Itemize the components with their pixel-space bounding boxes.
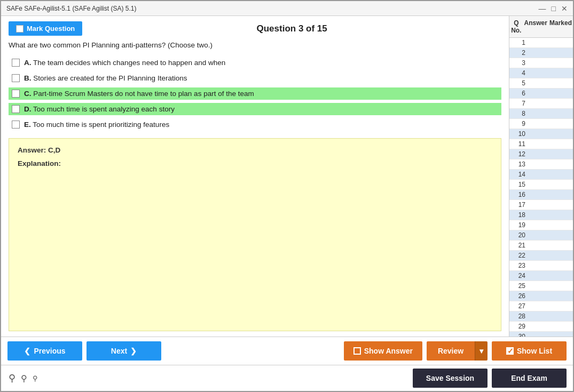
list-item[interactable]: 29 [509,322,573,332]
option-a-label: A. The team decides which changes need t… [24,59,225,67]
previous-button[interactable]: Previous [7,341,82,361]
option-a[interactable]: A. The team decides which changes need t… [9,57,501,69]
prev-arrow-icon [24,347,30,355]
sidebar-answer-header: Answer [523,18,548,35]
show-answer-button[interactable]: Show Answer [344,341,422,361]
mark-question-label: Mark Question [27,25,75,33]
list-item[interactable]: 16 [509,190,573,200]
list-item[interactable]: 23 [509,261,573,271]
mark-question-button[interactable]: Mark Question [9,21,82,36]
review-dropdown-icon: ▾ [479,347,483,355]
option-a-checkbox[interactable] [12,59,20,67]
minimize-button[interactable]: — [539,5,546,12]
option-b-label: B. Stories are created for the PI Planni… [24,74,187,82]
end-exam-label: End Exam [511,374,547,382]
answer-box: Answer: C,D Explanation: [9,138,501,331]
show-list-checkbox-icon [506,347,514,355]
content-area: Mark Question Question 3 of 15 What are … [1,16,573,337]
show-list-label: Show List [517,347,552,355]
sidebar-rows[interactable]: 1 2 3 4 5 6 7 8 9 10 11 12 13 14 15 16 1… [509,38,573,337]
top-bar: Mark Question Question 3 of 15 [9,21,501,36]
explanation-label: Explanation: [18,159,492,167]
list-item[interactable]: 27 [509,301,573,311]
list-item[interactable]: 20 [509,230,573,241]
main-window: SAFe SAFe-Agilist-5.1 (SAFe Agilist (SA)… [0,0,574,392]
close-button[interactable]: ✕ [561,5,568,12]
options-list: A. The team decides which changes need t… [9,57,501,131]
option-b[interactable]: B. Stories are created for the PI Planni… [9,72,501,84]
list-item[interactable]: 28 [509,311,573,322]
save-session-label: Save Session [426,374,474,382]
list-item[interactable]: 4 [509,68,573,78]
sidebar: Q No. Answer Marked 1 2 3 4 5 6 7 8 9 10… [509,16,573,337]
list-item[interactable]: 7 [509,99,573,109]
option-d-checkbox[interactable] [12,105,20,113]
list-item[interactable]: 11 [509,139,573,149]
restore-button[interactable]: □ [552,5,556,12]
zoom-controls: ⚲ ⚲ ⚲ [7,371,39,385]
zoom-reset-button[interactable]: ⚲ [20,372,28,385]
mark-checkbox-icon [16,25,23,33]
option-c[interactable]: C. Part-time Scrum Masters do not have t… [9,87,501,100]
window-controls: — □ ✕ [539,5,568,12]
review-button-wrap: Review ▾ [427,341,487,361]
next-label: Next [111,347,127,355]
option-b-checkbox[interactable] [12,74,20,82]
list-item[interactable]: 24 [509,271,573,281]
footer-bar: ⚲ ⚲ ⚲ Save Session End Exam [1,365,573,391]
sidebar-qno-header: Q No. [509,18,523,35]
review-label: Review [438,347,463,355]
list-item[interactable]: 1 [509,38,573,48]
title-bar: SAFe SAFe-Agilist-5.1 (SAFe Agilist (SA)… [1,1,573,16]
end-exam-button[interactable]: End Exam [492,369,567,388]
previous-label: Previous [34,347,65,355]
save-session-button[interactable]: Save Session [413,369,487,388]
show-list-button[interactable]: Show List [492,341,567,361]
show-answer-checkbox-icon [353,347,361,355]
question-text: What are two common PI Planning anti-pat… [9,41,501,49]
zoom-out-button[interactable]: ⚲ [32,373,39,383]
list-item[interactable]: 8 [509,109,573,119]
review-button[interactable]: Review [427,341,475,361]
list-item[interactable]: 3 [509,58,573,68]
list-item[interactable]: 9 [509,119,573,129]
list-item[interactable]: 22 [509,251,573,261]
option-e[interactable]: E. Too much time is spent prioritizing f… [9,118,501,131]
option-d-label: D. Too much time is spent analyzing each… [24,105,175,113]
option-c-label: C. Part-time Scrum Masters do not have t… [24,90,254,98]
option-d[interactable]: D. Too much time is spent analyzing each… [9,103,501,115]
question-title: Question 3 of 15 [82,23,501,34]
list-item[interactable]: 15 [509,180,573,190]
list-item[interactable]: 10 [509,129,573,139]
list-item[interactable]: 25 [509,281,573,291]
list-item[interactable]: 30 [509,332,573,337]
window-title: SAFe SAFe-Agilist-5.1 (SAFe Agilist (SA)… [6,5,136,12]
list-item[interactable]: 6 [509,89,573,99]
list-item[interactable]: 19 [509,220,573,230]
list-item[interactable]: 14 [509,170,573,180]
review-dropdown-button[interactable]: ▾ [475,341,487,361]
sidebar-header: Q No. Answer Marked [509,16,573,38]
main-panel: Mark Question Question 3 of 15 What are … [1,16,509,337]
next-button[interactable]: Next [87,341,161,361]
answer-text: Answer: C,D [18,146,492,154]
next-arrow-icon [130,347,137,355]
footer-right: Save Session End Exam [413,369,567,388]
list-item[interactable]: 13 [509,159,573,170]
list-item[interactable]: 5 [509,78,573,89]
list-item[interactable]: 18 [509,210,573,220]
list-item[interactable]: 21 [509,241,573,251]
list-item[interactable]: 2 [509,48,573,58]
option-e-label: E. Too much time is spent prioritizing f… [24,121,169,129]
list-item[interactable]: 12 [509,149,573,159]
show-answer-label: Show Answer [364,347,413,355]
bottom-bar: Previous Next Show Answer Review ▾ Show … [1,337,573,365]
list-item[interactable]: 26 [509,291,573,301]
zoom-in-button[interactable]: ⚲ [7,371,17,385]
option-e-checkbox[interactable] [12,121,20,129]
option-c-checkbox[interactable] [12,90,20,98]
sidebar-marked-header: Marked [548,18,573,35]
list-item[interactable]: 17 [509,200,573,210]
